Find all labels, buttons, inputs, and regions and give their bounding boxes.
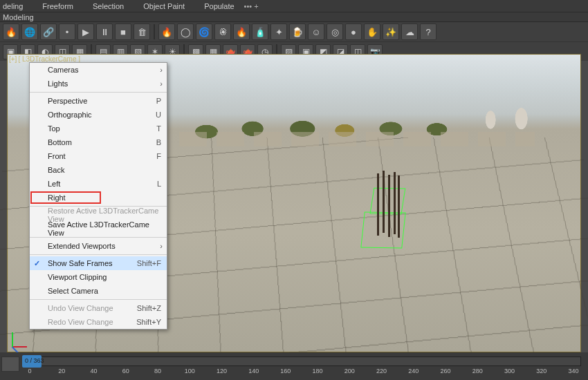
menu-select-camera[interactable]: Select Camera: [30, 284, 167, 298]
menu-viewport-clipping[interactable]: Viewport Clipping: [30, 270, 167, 284]
tick: 180: [310, 368, 325, 379]
menu-right-label: Right: [48, 193, 66, 202]
ws-tab-add[interactable]: ••• +: [244, 2, 259, 10]
menu-top[interactable]: TopT: [30, 122, 167, 135]
tick: 120: [214, 368, 229, 379]
main-toolbar: 🔥 🌐 🔗 • ▶ ⏸ ■ 🗑 🔥 ◯ 🌀 ֍ 🔥 🧴 ✦ 🍺 ☺ ◎ ● ✋ …: [0, 22, 588, 41]
tick: 280: [470, 368, 485, 379]
trash-icon[interactable]: 🗑: [134, 23, 150, 40]
menu-show-safe-frames[interactable]: ✓ Show Safe Frames Shift+F: [30, 256, 167, 270]
menu-clip-label: Viewport Clipping: [48, 273, 107, 281]
menu-cameras[interactable]: Cameras: [30, 63, 167, 77]
menu-left[interactable]: LeftL: [30, 177, 167, 191]
cloud-icon[interactable]: ☁: [401, 23, 418, 40]
menu-save-label: Save Active L3DTrackerCame View: [48, 220, 161, 237]
tick: 0: [22, 368, 37, 379]
tick: 320: [534, 368, 549, 379]
tick: 140: [246, 368, 261, 379]
tick: 160: [278, 368, 293, 379]
menu-top-key: T: [149, 124, 161, 133]
menu-left-label: Left: [48, 180, 60, 188]
tick: 340: [566, 368, 581, 379]
menu-sep: [30, 237, 167, 238]
ws-tab-modeling[interactable]: deling: [3, 2, 23, 10]
drink-icon[interactable]: 🍺: [289, 23, 306, 40]
menu-bottom-key: B: [149, 138, 161, 146]
menu-sep: [30, 299, 167, 300]
face-icon[interactable]: ☺: [308, 23, 324, 40]
rebar-group: [377, 173, 379, 236]
menu-front[interactable]: FrontF: [30, 149, 167, 163]
menu-redo-key: Shift+Y: [129, 318, 161, 326]
workspace-tabs: deling Freeform Selection Object Paint P…: [0, 0, 588, 12]
tick: 240: [406, 368, 421, 379]
menu-extended-label: Extended Viewports: [48, 242, 116, 250]
flame-icon[interactable]: 🔥: [158, 23, 175, 40]
stop-icon[interactable]: ■: [115, 23, 131, 40]
menu-top-label: Top: [48, 124, 60, 133]
timeline-thumb[interactable]: [1, 357, 19, 372]
menu-lights-label: Lights: [48, 79, 68, 88]
timeline-pos-label: 0 / 363: [25, 357, 44, 364]
fire-icon[interactable]: 🔥: [3, 23, 19, 40]
ws-tab-selection[interactable]: Selection: [93, 2, 124, 10]
menu-undo-view: Undo View ChangeShift+Z: [30, 301, 167, 315]
menu-redo-view: Redo View ChangeShift+Y: [30, 315, 167, 329]
axis-gizmo[interactable]: [12, 327, 33, 348]
menu-front-key: F: [149, 152, 161, 160]
link-icon[interactable]: 🔗: [40, 23, 57, 40]
timeline-track[interactable]: [22, 357, 581, 366]
axis-y-icon: [12, 332, 13, 348]
menu-perspective-key: P: [149, 97, 161, 105]
sparkle-icon[interactable]: ✦: [270, 23, 287, 40]
tick: 200: [342, 368, 357, 379]
menu-perspective[interactable]: PerspectiveP: [30, 94, 167, 108]
menu-undo-key: Shift+Z: [130, 304, 161, 312]
menu-safe-label: Show Safe Frames: [48, 259, 113, 267]
tick: 260: [438, 368, 453, 379]
menu-orthographic[interactable]: OrthographicU: [30, 108, 167, 122]
spiral-icon[interactable]: 🌀: [196, 23, 212, 40]
menu-front-label: Front: [48, 152, 66, 160]
fire2-icon[interactable]: 🔥: [233, 23, 250, 40]
hand-icon[interactable]: ✋: [364, 23, 380, 40]
menu-restore-view: Restore Active L3DTrackerCame View: [30, 208, 167, 222]
ws-tab-populate[interactable]: Populate: [204, 2, 234, 10]
toolbar-sep: [154, 24, 155, 39]
play-icon[interactable]: ▶: [77, 23, 94, 40]
globe-icon[interactable]: 🌐: [21, 23, 38, 40]
menu-undo-label: Undo View Change: [48, 304, 113, 312]
viewport-menu-trigger[interactable]: [+]: [9, 55, 17, 63]
menu-save-view[interactable]: Save Active L3DTrackerCame View: [30, 222, 167, 236]
ws-tab-freeform[interactable]: Freeform: [42, 2, 73, 10]
tick: 40: [86, 368, 101, 379]
menu-extended-viewports[interactable]: Extended Viewports: [30, 239, 167, 253]
menu-sep: [30, 254, 167, 255]
menu-back[interactable]: Back: [30, 163, 167, 177]
menu-cameras-label: Cameras: [48, 66, 79, 74]
tick: 80: [150, 368, 165, 379]
ring-icon[interactable]: ◯: [177, 23, 194, 40]
menu-right[interactable]: Right: [30, 191, 167, 205]
swirl-icon[interactable]: ֍: [214, 23, 231, 40]
pt-icon[interactable]: ●: [345, 23, 362, 40]
timeline-ticks: 0 20 40 60 80 100 120 140 160 180 200 22…: [22, 368, 581, 379]
menu-sep: [30, 92, 167, 93]
menu-lights[interactable]: Lights: [30, 77, 167, 91]
menu-orthographic-label: Orthographic: [48, 111, 92, 119]
selection-helper-box[interactable]: [361, 211, 406, 248]
target-icon[interactable]: ◎: [327, 23, 343, 40]
ws-tab-objectpaint[interactable]: Object Paint: [143, 2, 185, 10]
menu-bottom[interactable]: BottomB: [30, 135, 167, 149]
help-icon[interactable]: ?: [420, 23, 437, 40]
tick: 300: [502, 368, 517, 379]
menu-orthographic-key: U: [149, 111, 161, 119]
bottle-icon[interactable]: 🧴: [252, 23, 268, 40]
dot-icon[interactable]: •: [59, 23, 75, 40]
tick: 100: [182, 368, 197, 379]
ribbon-caption: Modeling: [0, 12, 588, 22]
pause-icon[interactable]: ⏸: [96, 23, 113, 40]
timeline: 0 / 363 0 20 40 60 80 100 120 140 160 18…: [0, 352, 588, 380]
splash-icon[interactable]: ✨: [383, 23, 399, 40]
menu-back-label: Back: [48, 166, 64, 174]
